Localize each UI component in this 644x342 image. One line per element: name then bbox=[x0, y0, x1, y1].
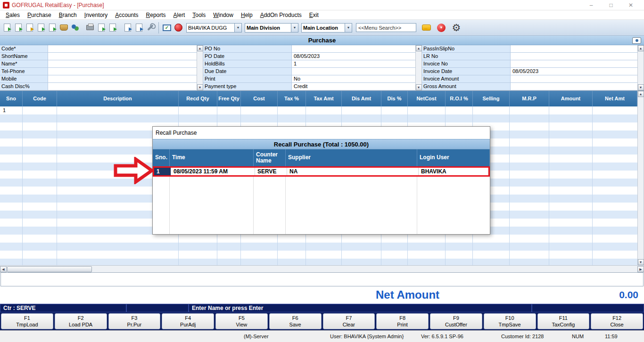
menu-item-purchase[interactable]: Purchase bbox=[24, 11, 55, 19]
fkey-f5-view[interactable]: F5View bbox=[215, 313, 268, 329]
menu-item-help[interactable]: Help bbox=[237, 11, 256, 19]
fkey-f4-puradj[interactable]: F4PurAdj bbox=[162, 313, 214, 329]
recall-purchase-dialog: Recall Purchase Recall Purchase (Total :… bbox=[152, 126, 490, 235]
telphone-field[interactable] bbox=[48, 68, 197, 75]
menu-item-reports[interactable]: Reports bbox=[142, 11, 170, 19]
preview-icon[interactable] bbox=[632, 37, 641, 44]
division-dropdown[interactable]: Main Division ▼ bbox=[245, 23, 298, 33]
name-field[interactable] bbox=[48, 60, 197, 67]
menu-item-addon-products[interactable]: AddOn Products bbox=[256, 11, 305, 19]
menu-search-input[interactable] bbox=[356, 23, 416, 32]
export-doc-icon[interactable] bbox=[134, 22, 144, 34]
invoiceamount-field[interactable] bbox=[511, 75, 637, 82]
display-check-icon[interactable]: ✓ bbox=[162, 22, 172, 34]
power-icon[interactable] bbox=[173, 22, 183, 34]
fkey-f10-tmpsave[interactable]: F10TmpSave bbox=[484, 313, 536, 329]
scroll-right-icon[interactable]: ▶ bbox=[637, 266, 644, 272]
print-icon[interactable] bbox=[85, 22, 95, 34]
col-header-code: Code bbox=[23, 91, 57, 106]
fkey-f1-tmpload[interactable]: F1TmpLoad bbox=[1, 313, 53, 329]
settings-gear-icon[interactable]: ⚙ bbox=[451, 22, 462, 34]
grossamount-field[interactable] bbox=[511, 83, 637, 90]
status-strip: Ctr : SERVE Enter Name or press Enter bbox=[0, 304, 644, 312]
shortname-field[interactable] bbox=[48, 53, 197, 60]
scroll-down-icon[interactable]: ▼ bbox=[197, 84, 203, 90]
pono-field[interactable] bbox=[292, 45, 415, 52]
new-doc-icon[interactable] bbox=[2, 22, 12, 34]
print-field[interactable]: No bbox=[292, 75, 415, 82]
fkey-f6-save[interactable]: F6Save bbox=[269, 313, 322, 329]
grid-row-sno[interactable]: 1 bbox=[0, 106, 23, 114]
fkey-f11-taxconfig[interactable]: F11TaxConfig bbox=[537, 313, 590, 329]
menu-item-tools[interactable]: Tools bbox=[189, 11, 209, 19]
chat-icon[interactable] bbox=[421, 22, 431, 34]
field-label-paymenttype: Payment type bbox=[203, 83, 292, 90]
fkey-f12-close[interactable]: F12Close bbox=[591, 313, 643, 329]
open-doc-icon[interactable] bbox=[13, 22, 24, 34]
item-name-entry-area[interactable] bbox=[0, 272, 644, 286]
menu-item-sales[interactable]: Sales bbox=[2, 11, 24, 19]
load-doc-icon[interactable] bbox=[107, 22, 118, 34]
paymenttype-field[interactable]: Credit bbox=[292, 83, 415, 90]
scroll-up-icon[interactable]: ▲ bbox=[197, 45, 203, 51]
user-dropdown[interactable]: BHAVIKA DUGG ▼ bbox=[186, 23, 242, 33]
form-middle-scrollbar[interactable]: ▲ ▼ bbox=[415, 45, 422, 90]
scroll-up-icon[interactable]: ▲ bbox=[638, 45, 644, 51]
tools-wrench-icon[interactable] bbox=[145, 22, 156, 34]
menu-item-accounts[interactable]: Accounts bbox=[111, 11, 142, 19]
location-dropdown[interactable]: Main Location ▼ bbox=[301, 23, 352, 33]
form-left-scrollbar[interactable]: ▲ ▼ bbox=[197, 45, 203, 90]
field-label-shortname: ShortName bbox=[0, 53, 48, 60]
fkey-f2-loadpda[interactable]: F2Load PDA bbox=[55, 313, 107, 329]
recall-row-sno: 1 bbox=[154, 168, 171, 175]
mobile-field[interactable] bbox=[48, 75, 197, 82]
fkey-f9-custoffer[interactable]: F9CustOffer bbox=[430, 313, 482, 329]
invoiceno-field[interactable] bbox=[511, 60, 637, 67]
minimize-icon[interactable]: – bbox=[587, 2, 595, 8]
menu-item-window[interactable]: Window bbox=[209, 11, 237, 19]
code-field[interactable] bbox=[48, 45, 197, 52]
scroll-down-icon[interactable]: ▼ bbox=[638, 84, 644, 90]
import-icon[interactable] bbox=[123, 22, 133, 34]
menu-item-branch[interactable]: Branch bbox=[55, 11, 81, 19]
basket-icon[interactable] bbox=[58, 22, 69, 34]
cashdisc-field[interactable] bbox=[48, 83, 197, 90]
col-header-sno: Sno bbox=[0, 91, 23, 106]
grid-scrollbar[interactable]: ▲ ▼ bbox=[637, 91, 644, 265]
fkey-f8-print[interactable]: F8Print bbox=[376, 313, 429, 329]
menu-item-inventory[interactable]: Inventory bbox=[81, 11, 111, 19]
scroll-down-icon[interactable]: ▼ bbox=[638, 259, 644, 265]
scroll-up-icon[interactable]: ▲ bbox=[416, 45, 422, 51]
dialog-col-sno: Sno. bbox=[153, 149, 170, 166]
scroll-track[interactable] bbox=[7, 266, 637, 272]
customers-icon[interactable] bbox=[70, 22, 80, 34]
save-doc-icon[interactable] bbox=[25, 22, 35, 34]
lrno-field[interactable] bbox=[511, 53, 637, 60]
chevron-down-icon: ▼ bbox=[234, 24, 241, 32]
invoicedate-field[interactable]: 08/05/2023 bbox=[511, 68, 637, 75]
menu-item-alert[interactable]: Alert bbox=[170, 11, 189, 19]
scroll-left-icon[interactable]: ◀ bbox=[0, 266, 7, 272]
maximize-icon[interactable]: □ bbox=[607, 2, 615, 8]
close-icon[interactable]: ✕ bbox=[627, 2, 635, 8]
net-amount-value: 0.00 bbox=[619, 289, 644, 301]
fkey-f7-clear[interactable]: F7Clear bbox=[323, 313, 375, 329]
scroll-down-icon[interactable]: ▼ bbox=[416, 84, 422, 90]
dialog-title: Recall Purchase bbox=[153, 127, 490, 139]
podate-field[interactable]: 08/05/2023 bbox=[292, 53, 415, 60]
passinslipno-field[interactable] bbox=[511, 45, 637, 52]
version-status: Ver: 6.5.9.1 SP-96 bbox=[421, 334, 463, 339]
scroll-up-icon[interactable]: ▲ bbox=[638, 91, 644, 97]
holdbills-field[interactable]: 1 bbox=[292, 60, 415, 67]
menu-item-exit[interactable]: Exit bbox=[305, 11, 322, 19]
grid-horizontal-scrollbar[interactable]: ◀ ▶ bbox=[0, 265, 644, 272]
copy-doc-icon[interactable] bbox=[96, 22, 107, 34]
fkey-f3-prpur[interactable]: F3Pr.Pur bbox=[108, 313, 161, 329]
recall-doc-icon[interactable] bbox=[47, 22, 58, 34]
duedate-field[interactable] bbox=[292, 68, 415, 75]
form-right-scrollbar[interactable]: ▲ ▼ bbox=[637, 45, 644, 90]
hold-doc-icon[interactable] bbox=[36, 22, 46, 34]
update-download-icon[interactable]: ▼ bbox=[436, 22, 446, 34]
scroll-thumb[interactable] bbox=[7, 266, 92, 272]
recall-row-selected[interactable]: 1 08/05/2023 11:59 AM SERVE NA BHAVIKA bbox=[153, 166, 490, 177]
